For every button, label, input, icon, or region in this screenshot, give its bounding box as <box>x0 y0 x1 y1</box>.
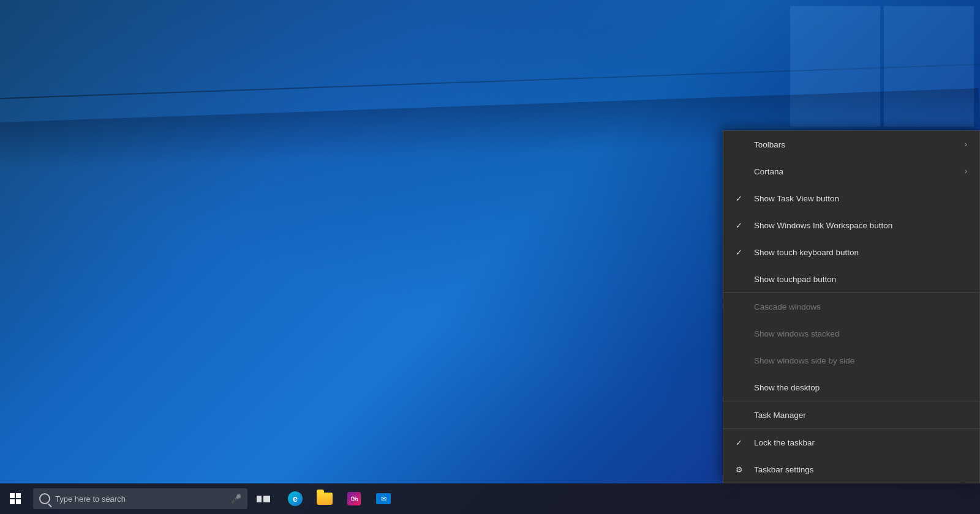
file-explorer-icon <box>317 493 333 505</box>
menu-item-touch-keyboard[interactable]: ✓Show touch keyboard button <box>723 239 979 266</box>
taskbar-pinned-apps: e 🛍 ✉ <box>282 483 397 514</box>
menu-item-taskbar-settings[interactable]: ⚙Taskbar settings <box>723 456 979 483</box>
taskbar-app-mail[interactable]: ✉ <box>370 483 397 514</box>
menu-item-touchpad-btn[interactable]: Show touchpad button <box>723 266 979 292</box>
settings-gear-icon: ⚙ <box>736 465 748 474</box>
desktop: Toolbars›Cortana›✓Show Task View button✓… <box>0 0 980 514</box>
taskbar: Type here to search 🎤 e 🛍 <box>0 483 980 514</box>
menu-item-cortana[interactable]: Cortana› <box>723 158 979 185</box>
menu-label-toolbars: Toolbars <box>754 140 785 149</box>
submenu-arrow-icon: › <box>965 140 967 149</box>
microphone-icon[interactable]: 🎤 <box>231 494 241 504</box>
menu-label-windows-stacked: Show windows stacked <box>754 329 840 338</box>
taskbar-app-edge[interactable]: e <box>282 483 309 514</box>
menu-item-windows-side-by-side: Show windows side by side <box>723 347 979 374</box>
mail-icon: ✉ <box>376 493 391 504</box>
menu-item-ink-workspace[interactable]: ✓Show Windows Ink Workspace button <box>723 212 979 239</box>
taskbar-app-file-explorer[interactable] <box>311 483 338 514</box>
submenu-arrow-icon: › <box>965 167 967 176</box>
menu-label-windows-side-by-side: Show windows side by side <box>754 356 854 365</box>
store-icon: 🛍 <box>347 492 361 505</box>
menu-item-windows-stacked: Show windows stacked <box>723 320 979 347</box>
menu-item-show-desktop[interactable]: Show the desktop <box>723 374 979 401</box>
menu-item-toolbars[interactable]: Toolbars› <box>723 131 979 158</box>
taskbar-app-store[interactable]: 🛍 <box>341 483 368 514</box>
search-icon <box>39 493 50 504</box>
taskbar-context-menu: Toolbars›Cortana›✓Show Task View button✓… <box>723 130 980 483</box>
task-view-icon <box>257 496 270 502</box>
check-mark-icon: ✓ <box>736 194 748 203</box>
taskbar-search[interactable]: Type here to search 🎤 <box>33 488 247 509</box>
windows-logo-icon <box>10 493 21 504</box>
menu-label-show-desktop: Show the desktop <box>754 383 820 392</box>
menu-label-lock-taskbar: Lock the taskbar <box>754 438 815 447</box>
menu-label-touch-keyboard: Show touch keyboard button <box>754 248 859 257</box>
menu-label-task-view-btn: Show Task View button <box>754 194 839 203</box>
menu-item-task-view-btn[interactable]: ✓Show Task View button <box>723 185 979 212</box>
menu-item-lock-taskbar[interactable]: ✓Lock the taskbar <box>723 429 979 456</box>
edge-icon: e <box>288 491 303 506</box>
menu-label-cascade-windows: Cascade windows <box>754 302 821 311</box>
menu-label-taskbar-settings: Taskbar settings <box>754 465 814 474</box>
check-mark-icon: ✓ <box>736 248 748 257</box>
search-placeholder-text: Type here to search <box>55 494 126 504</box>
check-mark-icon: ✓ <box>736 221 748 230</box>
menu-label-cortana: Cortana <box>754 167 783 176</box>
menu-label-ink-workspace: Show Windows Ink Workspace button <box>754 221 892 230</box>
menu-item-cascade-windows: Cascade windows <box>723 293 979 320</box>
task-view-button[interactable] <box>250 483 277 514</box>
start-button[interactable] <box>0 483 31 514</box>
menu-label-task-manager: Task Manager <box>754 411 806 420</box>
menu-item-task-manager[interactable]: Task Manager <box>723 401 979 428</box>
menu-label-touchpad-btn: Show touchpad button <box>754 275 836 284</box>
check-mark-icon: ✓ <box>736 438 748 447</box>
